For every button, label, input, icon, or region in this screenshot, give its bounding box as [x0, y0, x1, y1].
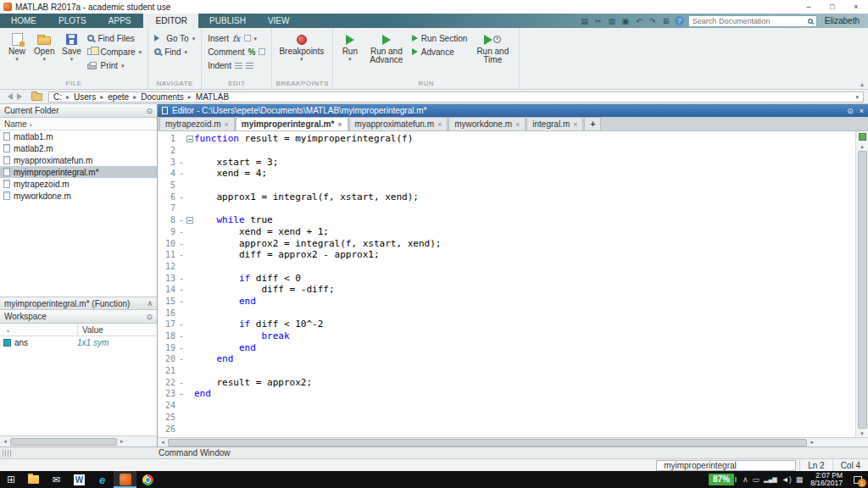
compare-button[interactable]: Compare [87, 47, 142, 57]
search-documentation-input[interactable] [688, 15, 817, 27]
hidden-icons-icon[interactable]: ∧ [743, 475, 748, 484]
scroll-left-icon[interactable] [0, 438, 10, 445]
close-tab-icon[interactable]: × [225, 120, 229, 129]
editor-menu-icon[interactable] [847, 107, 854, 115]
close-tab-icon[interactable]: × [573, 120, 577, 129]
workspace-menu-icon[interactable] [146, 313, 153, 321]
code-line[interactable]: 11- diff = approx2 - approx1; [158, 249, 855, 261]
comment-percent-icon[interactable]: % [248, 47, 256, 57]
code-line[interactable]: 2 [158, 145, 855, 157]
scrollbar-thumb[interactable] [858, 151, 867, 429]
code-fold-icon[interactable] [186, 217, 193, 224]
code-line[interactable]: 26 [158, 423, 855, 435]
paste-icon[interactable]: ▣ [620, 16, 631, 26]
scrollbar-thumb[interactable] [168, 439, 807, 446]
scroll-right-icon[interactable] [117, 438, 127, 445]
editor-tab[interactable]: myworkdone.m× [448, 117, 526, 130]
help-icon[interactable]: ? [675, 16, 684, 25]
file-column-header[interactable]: Name [0, 118, 157, 130]
ribbon-tab-apps[interactable]: APPS [97, 14, 142, 28]
scroll-up-icon[interactable] [860, 142, 864, 150]
collapse-toolstrip-icon[interactable] [860, 80, 864, 88]
indent-left-icon[interactable] [246, 63, 253, 69]
scroll-left-icon[interactable] [158, 439, 168, 446]
code-line[interactable]: 22- result = approx2; [158, 376, 855, 388]
print-button[interactable]: Print [87, 60, 142, 70]
code-line[interactable]: 3- xstart = 3; [158, 156, 855, 168]
run-and-advance-button[interactable]: Run and Advance [364, 30, 409, 64]
find-button[interactable]: Find [154, 47, 195, 57]
sidebar-horizontal-scrollbar[interactable] [0, 435, 157, 446]
code-line[interactable]: 13- if diff < 0 [158, 272, 855, 284]
breadcrumb-item[interactable]: epete [108, 92, 129, 102]
goto-button[interactable]: Go To [154, 33, 195, 43]
new-button[interactable]: New [4, 30, 30, 61]
code-analyzer-indicator[interactable] [859, 133, 866, 141]
back-arrow-icon[interactable] [4, 93, 13, 100]
action-center-icon[interactable]: 1 [850, 473, 865, 486]
close-button[interactable]: × [844, 0, 868, 14]
editor-tab[interactable]: myapproximatefun.m× [349, 117, 448, 130]
battery-percentage[interactable]: 87% [709, 474, 734, 485]
code-line[interactable]: 16 [158, 307, 855, 319]
scroll-down-icon[interactable] [860, 430, 864, 437]
editor-close-icon[interactable] [860, 107, 864, 115]
uncomment-icon[interactable] [259, 48, 265, 55]
close-tab-icon[interactable]: × [437, 120, 442, 129]
undo-icon[interactable]: ↶ [634, 16, 644, 26]
collapse-details-icon[interactable] [147, 299, 153, 308]
code-line[interactable]: 7 [158, 202, 855, 214]
code-line[interactable]: 19- end [158, 341, 855, 353]
file-list-item[interactable]: matlab2.m [0, 142, 157, 154]
code-line[interactable]: 24 [158, 400, 855, 412]
file-list-item[interactable]: myworkdone.m [0, 190, 157, 202]
insert-button[interactable]: Insert fx [208, 33, 265, 43]
copy-icon[interactable]: ▥ [607, 16, 617, 26]
switch-windows-icon[interactable]: ⊞ [661, 16, 671, 26]
new-tab-button[interactable]: + [584, 117, 601, 130]
search-icon[interactable] [808, 19, 813, 24]
file-list-item[interactable]: matlab1.m [0, 130, 157, 142]
code-line[interactable]: 6- approx1 = integral(f, xstart, xend); [158, 191, 855, 202]
editor-tab[interactable]: integral.m× [526, 117, 583, 130]
scroll-right-icon[interactable] [807, 439, 817, 446]
ribbon-tab-home[interactable]: HOME [0, 14, 47, 28]
code-line[interactable]: 12 [158, 261, 855, 273]
command-window-bar[interactable]: Command Window [0, 446, 868, 458]
code-line[interactable]: 5 [158, 180, 855, 191]
ribbon-tab-view[interactable]: VIEW [257, 14, 301, 28]
breadcrumb-dropdown-icon[interactable] [855, 95, 859, 99]
run-section-button[interactable]: Run Section [412, 33, 467, 43]
scrollbar-thumb[interactable] [10, 438, 117, 446]
code-line[interactable]: 9- xend = xend + 1; [158, 226, 855, 238]
workspace-value-column[interactable]: Value [78, 324, 157, 336]
user-name[interactable]: Elizabeth [821, 16, 863, 25]
ribbon-tab-plots[interactable]: PLOTS [47, 14, 97, 28]
code-line[interactable]: 20- end [158, 353, 855, 365]
run-and-time-button[interactable]: Run and Time [470, 30, 515, 64]
run-button[interactable]: Run [337, 30, 363, 61]
code-line[interactable]: 14- diff = -diff; [158, 284, 855, 296]
workspace-row[interactable]: ans1x1 sym [0, 336, 157, 348]
code-line[interactable]: 18- break [158, 330, 855, 342]
taskbar-file-explorer-button[interactable] [22, 471, 45, 488]
code-line[interactable]: 1function result = myimproperintegral(f) [158, 133, 855, 145]
code-line[interactable]: 10- approx2 = integral(f, xstart, xend); [158, 237, 855, 249]
ribbon-tab-editor[interactable]: EDITOR [143, 14, 198, 28]
editor-horizontal-scrollbar[interactable] [158, 437, 868, 446]
find-files-button[interactable]: Find Files [87, 33, 142, 43]
taskbar-chrome-button[interactable] [136, 471, 159, 488]
code-line[interactable]: 17- if diff < 10^-2 [158, 319, 855, 330]
code-fold-icon[interactable] [186, 136, 193, 142]
breadcrumb-item[interactable]: Users [74, 92, 96, 102]
code-line[interactable]: 15- end [158, 296, 855, 308]
taskbar-mail-button[interactable]: ✉ [45, 471, 68, 488]
editor-tab[interactable]: mytrapezoid.m× [159, 117, 235, 130]
comment-button[interactable]: Comment % [208, 47, 265, 57]
panel-menu-icon[interactable] [146, 107, 153, 115]
fx-icon[interactable]: fx [232, 34, 240, 43]
indent-right-icon[interactable] [235, 63, 242, 69]
file-list-item[interactable]: myapproximatefun.m [0, 154, 157, 166]
maximize-button[interactable]: □ [821, 0, 844, 14]
taskbar-matlab-button[interactable] [114, 471, 136, 488]
